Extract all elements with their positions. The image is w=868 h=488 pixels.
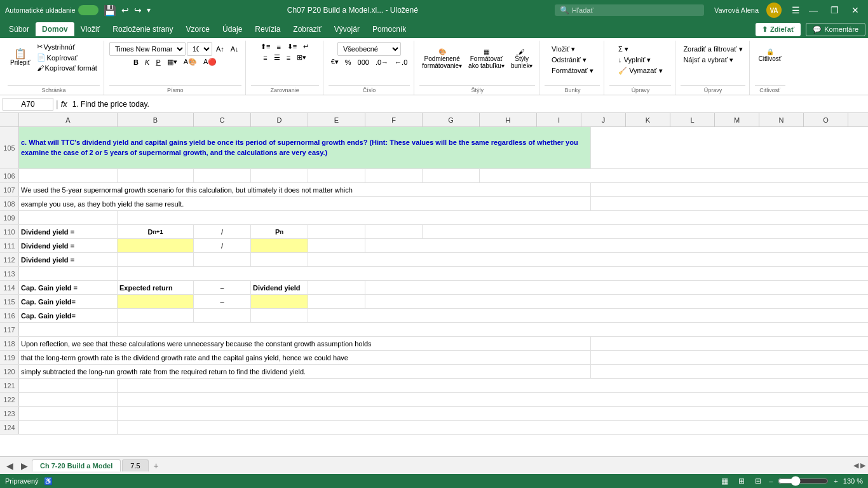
format-cells-button[interactable]: Formátovať ▾ <box>549 66 596 76</box>
col-header-b[interactable]: B <box>118 113 194 126</box>
col-header-d[interactable]: D <box>251 113 308 126</box>
cell-a109[interactable] <box>19 211 118 224</box>
tab-formulas[interactable]: Vzorce <box>180 22 216 36</box>
cell-c110[interactable]: / <box>194 225 251 238</box>
redo-icon[interactable]: ↪ <box>134 5 142 15</box>
col-header-m[interactable]: M <box>715 113 759 126</box>
minimize-button[interactable]: — <box>805 4 822 17</box>
delete-cells-button[interactable]: Odstrániť ▾ <box>549 55 596 65</box>
page-layout-view-button[interactable]: ⊞ <box>736 475 747 487</box>
cell-a124[interactable] <box>19 421 118 434</box>
cell-reference-box[interactable] <box>3 98 53 111</box>
comments-button[interactable]: 💬 Komentáre <box>806 23 865 36</box>
border-button[interactable]: ▦▾ <box>165 57 180 67</box>
cut-button[interactable]: ✂ Vystrihnúť <box>34 42 100 51</box>
cell-d106[interactable] <box>251 169 308 182</box>
col-header-g[interactable]: G <box>423 113 480 126</box>
cell-a106[interactable] <box>19 169 118 182</box>
cell-b115[interactable] <box>118 295 194 308</box>
merge-button[interactable]: ⊞▾ <box>294 53 309 62</box>
font-color-button[interactable]: A🔴 <box>201 57 219 67</box>
cell-b110[interactable]: Dn+1 <box>118 225 194 238</box>
decrease-decimal-button[interactable]: ←.0 <box>392 58 410 67</box>
cell-d115[interactable] <box>251 295 308 308</box>
sensitivity-button[interactable]: 🔒 Citlivosť <box>756 47 784 64</box>
cell-c114[interactable]: – <box>194 281 251 294</box>
cell-a115[interactable]: Cap. Gain yield= <box>19 295 118 308</box>
col-header-k[interactable]: K <box>626 113 670 126</box>
cell-b114[interactable]: Expected return <box>118 281 194 294</box>
autosum-button[interactable]: Σ ▾ <box>616 44 665 54</box>
restore-button[interactable]: ❐ <box>827 4 843 17</box>
increase-decimal-button[interactable]: .0→ <box>373 58 391 67</box>
cell-f106[interactable] <box>365 169 423 182</box>
tab-developer[interactable]: Vývojár <box>328 22 366 36</box>
find-select-button[interactable]: Nájsť a vybrať ▾ <box>681 55 745 65</box>
avatar[interactable]: VA <box>766 3 782 18</box>
col-header-a[interactable]: A <box>19 113 118 126</box>
save-icon[interactable]: 💾 <box>104 4 116 17</box>
autosave-toggle[interactable] <box>78 5 98 15</box>
tab-help[interactable]: Pomocník <box>366 22 412 36</box>
font-name-select[interactable]: Times New Roman <box>109 42 186 56</box>
col-header-l[interactable]: L <box>670 113 715 126</box>
cell-e114[interactable] <box>308 281 365 294</box>
zoom-in-icon[interactable]: + <box>834 477 837 485</box>
tab-view[interactable]: Zobraziť <box>287 22 328 36</box>
conditional-format-button[interactable]: 🎨Podmienenéformátovanie▾ <box>419 47 465 71</box>
cell-b106[interactable] <box>118 169 194 182</box>
insert-function-button[interactable]: fx <box>61 99 67 109</box>
align-top-button[interactable]: ⬆≡ <box>258 42 273 51</box>
col-header-h[interactable]: H <box>480 113 537 126</box>
cell-b111[interactable] <box>118 239 194 252</box>
formula-input[interactable] <box>70 98 865 110</box>
decrease-font-button[interactable]: A↓ <box>228 44 241 53</box>
col-header-j[interactable]: J <box>581 113 626 126</box>
cell-d111[interactable] <box>251 239 308 252</box>
cell-a110[interactable]: Dividend yield = <box>19 225 118 238</box>
cell-a122[interactable] <box>19 393 118 406</box>
search-input[interactable] <box>572 6 699 14</box>
currency-button[interactable]: €▾ <box>329 57 341 67</box>
font-size-select[interactable]: 10 <box>187 42 212 56</box>
tab-home[interactable]: Domov <box>36 22 74 36</box>
tab-insert[interactable]: Vložiť <box>74 22 107 36</box>
cell-c115[interactable]: – <box>194 295 251 308</box>
cell-b116[interactable] <box>118 309 194 322</box>
cell-a119[interactable]: that the long-term growth rate is the di… <box>19 351 591 364</box>
tab-review[interactable]: Revízia <box>248 22 287 36</box>
cell-d116[interactable] <box>251 309 308 322</box>
cell-e115[interactable] <box>308 295 365 308</box>
page-break-view-button[interactable]: ⊟ <box>752 475 764 487</box>
format-painter-button[interactable]: 🖌 Kopírovať formát <box>34 64 100 72</box>
wrap-text-button[interactable]: ↵ <box>301 42 311 51</box>
fill-color-button[interactable]: A🎨 <box>181 57 200 67</box>
col-header-e[interactable]: E <box>308 113 365 126</box>
increase-font-button[interactable]: A↑ <box>214 44 227 53</box>
cell-a114[interactable]: Cap. Gain yield = <box>19 281 118 294</box>
col-header-n[interactable]: N <box>759 113 804 126</box>
italic-button[interactable]: K <box>142 58 152 67</box>
cell-d112[interactable] <box>251 253 308 266</box>
align-center-button[interactable]: ☰ <box>271 53 283 62</box>
share-button[interactable]: ⬆ Zdieľať <box>756 23 801 36</box>
sheet-tab-next[interactable]: ▶ <box>17 459 32 472</box>
cell-a123[interactable] <box>19 407 118 420</box>
cell-c106[interactable] <box>194 169 251 182</box>
cell-c112[interactable] <box>194 253 251 266</box>
cell-a107[interactable]: We used the 5-year supernormal growth sc… <box>19 183 591 196</box>
col-header-f[interactable]: F <box>365 113 423 126</box>
insert-cells-button[interactable]: Vložiť ▾ <box>549 44 596 54</box>
paste-button[interactable]: 📋 Prilepiť <box>8 48 33 67</box>
cell-a112[interactable]: Dividend yield = <box>19 253 118 266</box>
number-format-select[interactable]: Všeobecné <box>337 42 401 56</box>
percent-button[interactable]: % <box>342 58 354 67</box>
copy-button[interactable]: 📄 Kopírovať <box>34 53 100 62</box>
sheet-tab-main[interactable]: Ch 7-20 Build a Model <box>32 459 121 471</box>
cell-a121[interactable] <box>19 379 118 392</box>
customize-icon[interactable]: ▾ <box>147 6 151 15</box>
tab-page-layout[interactable]: Rozloženie strany <box>106 22 179 36</box>
cell-a118[interactable]: Upon reflection, we see that these calcu… <box>19 337 591 350</box>
cell-a111[interactable]: Dividend yield = <box>19 239 118 252</box>
cell-f110[interactable] <box>365 225 423 238</box>
